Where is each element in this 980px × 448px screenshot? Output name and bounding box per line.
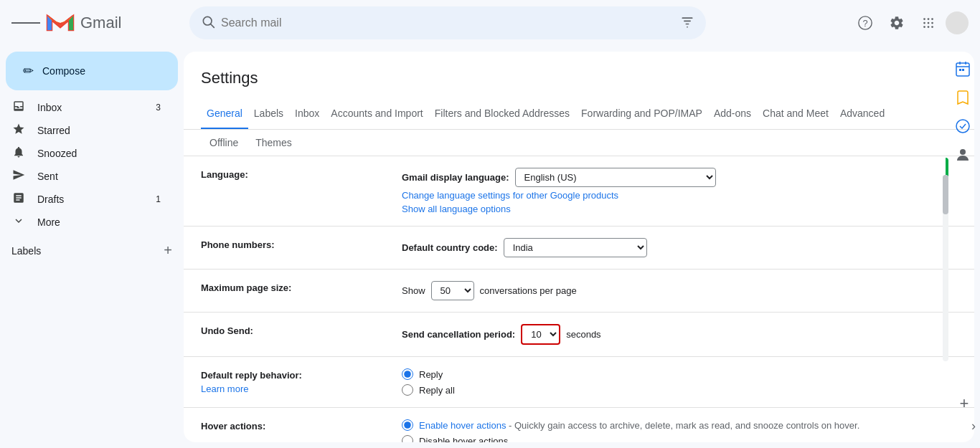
- tab-accounts[interactable]: Accounts and Import: [325, 99, 428, 130]
- reply-label: Default reply behavior: Learn more: [201, 368, 402, 394]
- svg-point-18: [931, 26, 933, 28]
- tab-filters[interactable]: Filters and Blocked Addresses: [429, 99, 575, 130]
- tab-inbox[interactable]: Inbox: [289, 99, 325, 130]
- svg-point-16: [923, 26, 925, 28]
- change-language-link[interactable]: Change language settings for other Googl…: [402, 190, 957, 201]
- pagesize-select[interactable]: 25 50 100: [431, 281, 474, 300]
- language-label: Language:: [201, 168, 402, 180]
- replyall-option[interactable]: Reply all: [402, 384, 957, 396]
- apps-button[interactable]: [914, 9, 943, 37]
- gmail-logo[interactable]: Gmail: [46, 13, 121, 33]
- settings-table: Language: Gmail display language: Englis…: [184, 156, 974, 442]
- svg-text:?: ?: [862, 18, 867, 29]
- drafts-count: 1: [156, 194, 161, 204]
- sidebar-item-snoozed[interactable]: Snoozed: [0, 142, 172, 165]
- tab-labels[interactable]: Labels: [248, 99, 289, 130]
- menu-icon[interactable]: [11, 9, 40, 37]
- starred-label: Starred: [37, 125, 161, 136]
- reply-option[interactable]: Reply: [402, 368, 957, 380]
- compose-label: Compose: [42, 65, 85, 77]
- search-bar: [189, 6, 706, 39]
- drafts-label: Drafts: [37, 194, 144, 205]
- gmail-text: Gmail: [80, 14, 121, 32]
- svg-point-11: [928, 18, 930, 20]
- tasks-icon-btn[interactable]: [951, 115, 974, 138]
- tab-chat[interactable]: Chat and Meet: [757, 99, 834, 130]
- calendar-icon-btn[interactable]: [951, 57, 974, 80]
- language-content: Gmail display language: English (US) Eng…: [402, 168, 957, 214]
- undo-label: Undo Send:: [201, 324, 402, 336]
- svg-rect-24: [962, 69, 964, 71]
- undo-select[interactable]: 5 10 20 30: [521, 324, 560, 345]
- labels-section[interactable]: Labels +: [0, 237, 184, 264]
- phone-label: Phone numbers:: [201, 238, 402, 250]
- phone-select[interactable]: India United States United Kingdom Canad…: [504, 238, 647, 257]
- help-button[interactable]: ?: [851, 9, 880, 37]
- expand-panel-button[interactable]: ›: [971, 419, 976, 434]
- conversations-text: conversations per page: [480, 285, 577, 296]
- drafts-icon: [11, 191, 26, 207]
- svg-point-17: [928, 26, 930, 28]
- tab-advanced[interactable]: Advanced: [834, 99, 890, 130]
- search-filter-icon[interactable]: [680, 15, 694, 32]
- tab-forwarding[interactable]: Forwarding and POP/IMAP: [575, 99, 708, 130]
- language-select[interactable]: English (US) English (UK) French German …: [515, 168, 716, 187]
- disable-hover-option[interactable]: Disable hover actions: [402, 435, 957, 442]
- settings-button[interactable]: [882, 9, 911, 37]
- subtab-offline[interactable]: Offline: [201, 130, 247, 156]
- topbar-left: Gmail: [11, 9, 184, 37]
- replyall-radio[interactable]: [402, 384, 413, 396]
- language-row: Language: Gmail display language: Englis…: [184, 156, 974, 227]
- scrollbar-track[interactable]: [943, 175, 948, 361]
- replyall-label-val: Reply all: [419, 385, 455, 396]
- pencil-icon: ✏: [23, 63, 34, 79]
- contacts-icon-btn[interactable]: [951, 143, 974, 166]
- labels-plus-icon[interactable]: +: [164, 242, 172, 259]
- sidebar-item-inbox[interactable]: Inbox 3: [0, 96, 172, 119]
- topbar: Gmail ?: [0, 0, 980, 46]
- enable-hover-radio[interactable]: [402, 419, 413, 431]
- svg-line-3: [211, 24, 215, 27]
- compose-button[interactable]: ✏ Compose: [6, 52, 178, 90]
- avatar[interactable]: [946, 11, 969, 34]
- reply-learn-more[interactable]: Learn more: [201, 383, 402, 394]
- reply-label-text: Default reply behavior:: [201, 370, 302, 381]
- svg-rect-5: [684, 20, 691, 22]
- svg-point-10: [923, 18, 925, 20]
- scrollbar-thumb[interactable]: [943, 175, 948, 214]
- pagesize-inline: Show 25 50 100 conversations per page: [402, 281, 957, 300]
- sidebar: ✏ Compose Inbox 3 Starred Snoozed: [0, 46, 184, 448]
- reply-row: Default reply behavior: Learn more Reply…: [184, 357, 974, 408]
- sidebar-item-drafts[interactable]: Drafts 1: [0, 188, 172, 211]
- pagesize-row: Maximum page size: Show 25 50 100 conver…: [184, 270, 974, 313]
- pagesize-label: Maximum page size:: [201, 281, 402, 293]
- inbox-icon: [11, 100, 26, 115]
- reply-radio[interactable]: [402, 368, 413, 380]
- svg-point-26: [960, 149, 966, 155]
- enable-hover-option[interactable]: Enable hover actions - Quickly gain acce…: [402, 419, 957, 431]
- sidebar-item-sent[interactable]: Sent: [0, 165, 172, 188]
- gmail-m-logo: [46, 13, 75, 33]
- subtab-themes[interactable]: Themes: [247, 130, 301, 156]
- show-language-link[interactable]: Show all language options: [402, 204, 957, 214]
- sent-icon: [11, 168, 26, 184]
- sidebar-item-more[interactable]: More: [0, 211, 172, 234]
- settings-title: Settings: [184, 52, 974, 99]
- disable-hover-radio[interactable]: [402, 435, 413, 442]
- labels-label: Labels: [11, 245, 41, 257]
- language-inline: Gmail display language: English (US) Eng…: [402, 168, 957, 187]
- keep-icon-btn[interactable]: [951, 86, 974, 109]
- phone-inline: Default country code: India United State…: [402, 238, 957, 257]
- tab-general[interactable]: General: [201, 99, 248, 130]
- undo-row: Undo Send: Send cancellation period: 5 1…: [184, 313, 974, 357]
- undo-content: Send cancellation period: 5 10 20 30 sec…: [402, 324, 957, 345]
- settings-panel: Settings General Labels Inbox Accounts a…: [184, 52, 974, 442]
- seconds-text: seconds: [566, 329, 600, 340]
- search-input[interactable]: [221, 16, 674, 29]
- add-panel-button[interactable]: +: [954, 394, 974, 414]
- hover-content: Enable hover actions - Quickly gain acce…: [402, 419, 957, 442]
- tab-addons[interactable]: Add-ons: [708, 99, 757, 130]
- sidebar-item-starred[interactable]: Starred: [0, 119, 172, 142]
- pagesize-content: Show 25 50 100 conversations per page: [402, 281, 957, 300]
- phone-field-label: Default country code:: [402, 242, 498, 253]
